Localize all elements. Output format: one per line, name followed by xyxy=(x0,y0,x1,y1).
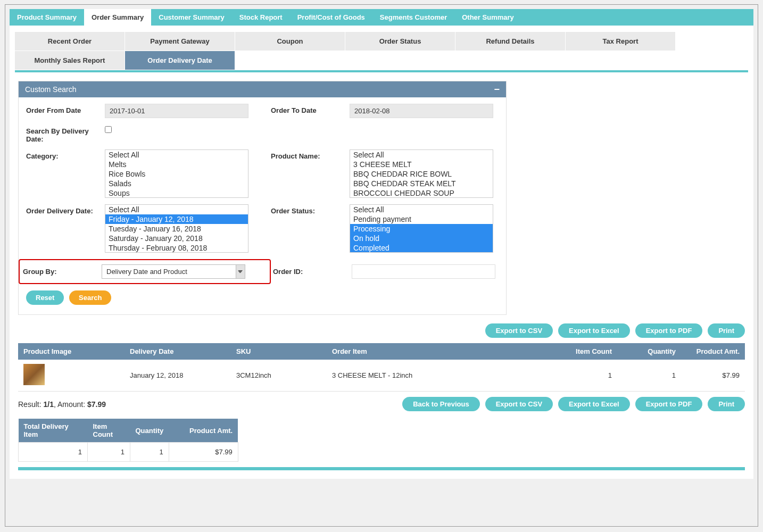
sum-total-delivery-item: 1 xyxy=(19,443,88,462)
col-item-count: Item Count xyxy=(553,343,617,360)
cell-quantity: 1 xyxy=(617,360,681,392)
custom-search-panel: Custom Search − Order From Date Ord xyxy=(18,81,507,315)
cell-product-amt: $7.99 xyxy=(681,360,745,392)
order-to-date-label: Order To Date xyxy=(271,104,350,114)
sub-tab-tax-report[interactable]: Tax Report xyxy=(566,32,676,51)
list-item[interactable]: BBQ CHEDDAR STEAK MELT xyxy=(350,179,493,188)
list-item[interactable]: Pending payment xyxy=(350,214,493,224)
sub-tab-refund-details[interactable]: Refund Details xyxy=(455,32,566,51)
print-button-bottom[interactable]: Print xyxy=(708,397,745,411)
top-tab-segments-customer[interactable]: Segments Customer xyxy=(372,9,454,26)
product-name-label: Product Name: xyxy=(271,149,350,160)
result-summary-text: Result: 1/1, Amount: $7.99 xyxy=(18,400,106,409)
order-id-label: Order ID: xyxy=(273,268,352,276)
top-tabs: Product SummaryOrder SummaryCustomer Sum… xyxy=(10,9,753,26)
export-pdf-button[interactable]: Export to PDF xyxy=(635,323,703,338)
list-item[interactable]: Select All xyxy=(350,150,493,160)
list-item[interactable]: On hold xyxy=(350,234,493,243)
top-tab-profit-cost-of-goods[interactable]: Profit/Cost of Goods xyxy=(290,9,372,26)
col-order-item: Order Item xyxy=(327,343,553,360)
list-item[interactable]: Soups xyxy=(105,188,248,198)
sub-tab-recent-order[interactable]: Recent Order xyxy=(15,32,125,51)
export-excel-button[interactable]: Export to Excel xyxy=(558,323,630,338)
sum-col-product-amt: Product Amt. xyxy=(169,419,238,443)
back-to-previous-button[interactable]: Back to Previous xyxy=(402,397,480,411)
search-by-delivery-date-checkbox[interactable] xyxy=(105,126,112,133)
list-item[interactable]: Completed xyxy=(350,243,493,253)
reset-button[interactable]: Reset xyxy=(26,290,64,305)
export-excel-button-bottom[interactable]: Export to Excel xyxy=(558,397,630,411)
order-from-date-label: Order From Date xyxy=(26,104,105,114)
order-from-date-input[interactable] xyxy=(105,104,248,118)
sub-tabs: Recent OrderPayment GatewayCouponOrder S… xyxy=(15,32,748,72)
list-item[interactable]: Select All xyxy=(350,205,493,214)
sum-col-quantity: Quantity xyxy=(130,419,169,443)
sum-col-total-delivery-item: Total Delivery Item xyxy=(19,419,88,443)
list-item[interactable]: 3 CHEESE MELT xyxy=(350,160,493,169)
export-csv-button[interactable]: Export to CSV xyxy=(485,323,553,338)
summary-table: Total Delivery Item Item Count Quantity … xyxy=(18,419,238,462)
search-by-delivery-date-label: Search By Delivery Date: xyxy=(26,124,105,143)
category-listbox[interactable]: Select AllMeltsRice BowlsSaladsSoups xyxy=(105,149,248,198)
sub-tab-monthly-sales-report[interactable]: Monthly Sales Report xyxy=(15,51,125,70)
product-listbox[interactable]: Select All3 CHEESE MELTBBQ CHEDDAR RICE … xyxy=(350,149,493,198)
list-item[interactable]: Thursday - February 08, 2018 xyxy=(105,243,248,253)
col-product-image: Product Image xyxy=(18,343,125,360)
collapse-icon[interactable]: − xyxy=(494,86,500,93)
sum-item-count: 1 xyxy=(88,443,130,462)
top-tab-order-summary[interactable]: Order Summary xyxy=(84,9,151,26)
table-row: January 12, 2018 3CM12inch 3 CHEESE MELT… xyxy=(18,360,745,392)
summary-row: 1 1 1 $7.99 xyxy=(19,443,238,462)
col-quantity: Quantity xyxy=(617,343,681,360)
panel-header: Custom Search − xyxy=(19,81,506,97)
order-id-input[interactable] xyxy=(352,264,495,279)
print-button[interactable]: Print xyxy=(708,323,745,338)
cell-item-count: 1 xyxy=(553,360,617,392)
order-status-listbox[interactable]: Select AllPending paymentProcessingOn ho… xyxy=(350,204,493,253)
cell-delivery-date: January 12, 2018 xyxy=(125,360,231,392)
bottom-accent-bar xyxy=(18,467,745,470)
product-thumb xyxy=(23,364,45,385)
chevron-down-icon[interactable] xyxy=(236,264,245,279)
sum-col-item-count: Item Count xyxy=(88,419,130,443)
group-by-select[interactable]: Delivery Date and Product xyxy=(102,264,245,279)
search-button[interactable]: Search xyxy=(69,290,111,305)
list-item[interactable]: Melts xyxy=(105,160,248,169)
top-tab-stock-report[interactable]: Stock Report xyxy=(232,9,290,26)
sub-tab-order-status[interactable]: Order Status xyxy=(345,32,455,51)
col-delivery-date: Delivery Date xyxy=(125,343,231,360)
category-label: Category: xyxy=(26,149,105,160)
list-item[interactable]: Friday - January 12, 2018 xyxy=(105,214,248,224)
list-item[interactable]: Select All xyxy=(105,205,248,214)
delivery-date-label: Order Delivery Date: xyxy=(26,204,105,215)
sub-tab-coupon[interactable]: Coupon xyxy=(235,32,345,51)
list-item[interactable]: Rice Bowls xyxy=(105,169,248,179)
export-csv-button-bottom[interactable]: Export to CSV xyxy=(485,397,553,411)
list-item[interactable]: Select All xyxy=(105,150,248,160)
col-product-amt: Product Amt. xyxy=(681,343,745,360)
list-item[interactable]: Tuesday - January 16, 2018 xyxy=(105,224,248,234)
top-tab-product-summary[interactable]: Product Summary xyxy=(10,9,84,26)
top-tab-other-summary[interactable]: Other Summary xyxy=(454,9,521,26)
group-by-highlight: Group By: Delivery Date and Product xyxy=(19,259,271,284)
list-item[interactable]: BROCCOLI CHEDDAR SOUP xyxy=(350,188,493,198)
top-tab-customer-summary[interactable]: Customer Summary xyxy=(151,9,232,26)
col-sku: SKU xyxy=(231,343,327,360)
cell-order-item: 3 CHEESE MELT - 12inch xyxy=(327,360,553,392)
list-item[interactable]: Processing xyxy=(350,224,493,234)
list-item[interactable]: Salads xyxy=(105,179,248,188)
order-to-date-input[interactable] xyxy=(350,104,493,118)
export-pdf-button-bottom[interactable]: Export to PDF xyxy=(635,397,703,411)
group-by-label: Group By: xyxy=(23,268,102,276)
list-item[interactable]: BBQ CHEDDAR RICE BOWL xyxy=(350,169,493,179)
sub-tab-payment-gateway[interactable]: Payment Gateway xyxy=(125,32,235,51)
list-item[interactable]: Saturday - January 20, 2018 xyxy=(105,234,248,243)
panel-title: Custom Search xyxy=(25,85,76,94)
order-status-label: Order Status: xyxy=(271,204,350,215)
sum-product-amt: $7.99 xyxy=(169,443,238,462)
sub-tab-order-delivery-date[interactable]: Order Delivery Date xyxy=(125,51,235,70)
delivery-date-listbox[interactable]: Select AllFriday - January 12, 2018Tuesd… xyxy=(105,204,248,253)
results-table: Product Image Delivery Date SKU Order It… xyxy=(18,343,745,392)
cell-sku: 3CM12inch xyxy=(231,360,327,392)
sum-quantity: 1 xyxy=(130,443,169,462)
